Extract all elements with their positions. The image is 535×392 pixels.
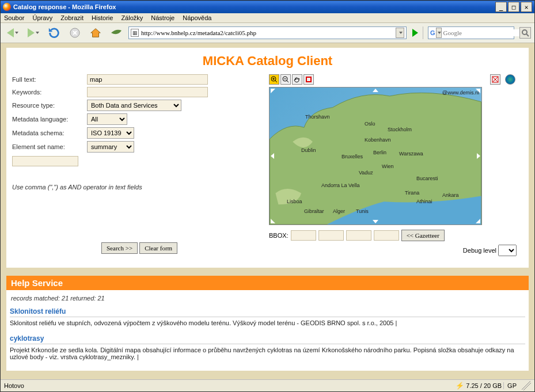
map-viewport[interactable]: @www.demis.nl Thorshavn Oslo Stockholm K… bbox=[269, 87, 482, 225]
leaf-icon[interactable] bbox=[108, 25, 125, 40]
url-bar[interactable]: ▦ bbox=[128, 26, 407, 39]
browser-search-box[interactable]: G bbox=[428, 26, 514, 39]
city-label: Thorshavn bbox=[305, 114, 330, 120]
stop-button[interactable] bbox=[66, 25, 84, 40]
clear-form-button[interactable]: Clear form bbox=[139, 242, 177, 254]
element-set-select[interactable]: summary bbox=[87, 141, 134, 153]
label-fulltext: Full text: bbox=[12, 76, 87, 83]
menubar: Soubor Úpravy Zobrazit Historie Záložky … bbox=[1, 13, 534, 23]
fulltext-input[interactable] bbox=[87, 74, 208, 85]
meta-language-select[interactable]: All bbox=[87, 113, 127, 125]
menu-nastroje[interactable]: Nástroje bbox=[151, 14, 174, 21]
bbox-miny-input[interactable] bbox=[318, 230, 344, 241]
select-box-icon[interactable] bbox=[303, 74, 314, 85]
google-icon: G bbox=[430, 29, 435, 36]
search-engine-dropdown[interactable] bbox=[436, 28, 442, 38]
pan-ne-icon[interactable] bbox=[476, 89, 480, 93]
debug-level-label: Debug level bbox=[463, 247, 496, 254]
bbox-minx-input[interactable] bbox=[291, 230, 316, 241]
record-title[interactable]: cyklotrasy bbox=[10, 333, 525, 344]
city-label: Stockholm bbox=[388, 127, 412, 132]
close-button[interactable]: ✕ bbox=[521, 2, 532, 12]
page-title: MICKA Catalog Client bbox=[10, 54, 525, 68]
svg-rect-10 bbox=[306, 77, 311, 82]
search-button[interactable]: Search >> bbox=[101, 242, 138, 254]
menu-upravy[interactable]: Úpravy bbox=[32, 14, 52, 21]
go-button[interactable] bbox=[412, 29, 418, 37]
form-hint: Use comma (",") as AND operator in text … bbox=[12, 184, 257, 191]
globe-icon[interactable] bbox=[505, 74, 515, 85]
city-label: Kobenhavn bbox=[365, 137, 391, 143]
reset-extent-icon[interactable] bbox=[490, 74, 500, 85]
resize-grip-icon[interactable] bbox=[522, 381, 531, 390]
city-label: Lisboa bbox=[287, 199, 302, 204]
gazetteer-button[interactable]: << Gazetteer bbox=[401, 230, 445, 241]
statusbar: Hotovo ⚡ 7.25 / 20 GB GP bbox=[1, 379, 534, 391]
minimize-button[interactable]: _ bbox=[495, 2, 507, 12]
city-label: Tirana bbox=[405, 190, 419, 196]
content-area: MICKA Catalog Client Full text: Keywords… bbox=[1, 43, 534, 379]
status-gp: GP bbox=[503, 382, 517, 389]
home-button[interactable] bbox=[87, 25, 104, 40]
search-go-button[interactable] bbox=[519, 27, 531, 39]
firefox-icon bbox=[3, 3, 11, 11]
city-label: Ankara bbox=[442, 192, 459, 198]
menu-soubor[interactable]: Soubor bbox=[4, 14, 24, 21]
titlebar: Catalog response - Mozilla Firefox _ □ ✕ bbox=[1, 1, 534, 13]
city-label: Warszawa bbox=[399, 151, 423, 157]
search-form: Full text: Keywords: Resource type: Both… bbox=[10, 74, 257, 254]
browser-search-input[interactable] bbox=[443, 29, 519, 36]
svg-line-4 bbox=[275, 81, 277, 82]
city-label: Andorra La Vella bbox=[321, 182, 360, 188]
pan-west-icon[interactable] bbox=[271, 153, 274, 159]
label-meta-lang: Metadata language: bbox=[12, 116, 87, 123]
pan-icon[interactable] bbox=[292, 74, 302, 85]
svg-point-1 bbox=[522, 30, 527, 35]
city-label: Gibraltar bbox=[304, 208, 324, 214]
reload-button[interactable] bbox=[45, 25, 63, 40]
pan-nw-icon[interactable] bbox=[271, 89, 275, 93]
back-button[interactable] bbox=[4, 25, 21, 40]
record-title[interactable]: Sklonitost reliéfu bbox=[10, 306, 525, 317]
extra-input[interactable] bbox=[12, 156, 78, 166]
status-text: Hotovo bbox=[4, 382, 24, 389]
svg-line-2 bbox=[526, 34, 529, 36]
city-label: Berlin bbox=[373, 150, 386, 155]
map-copyright: @www.demis.nl bbox=[442, 90, 479, 96]
meta-schema-select[interactable]: ISO 19139 bbox=[87, 127, 134, 139]
debug-level-select[interactable] bbox=[498, 245, 517, 256]
window-title: Catalog response - Mozilla Firefox bbox=[13, 3, 116, 10]
bbox-maxy-input[interactable] bbox=[374, 230, 399, 241]
city-label: Wien bbox=[382, 163, 394, 169]
url-input[interactable] bbox=[141, 29, 396, 36]
pan-north-icon[interactable] bbox=[373, 89, 378, 92]
url-history-dropdown[interactable] bbox=[396, 28, 404, 38]
zoom-out-icon[interactable] bbox=[280, 74, 291, 85]
city-label: Athinai bbox=[416, 199, 432, 204]
menu-zalozky[interactable]: Záložky bbox=[121, 14, 143, 21]
pan-east-icon[interactable] bbox=[477, 153, 480, 159]
menu-napoveda[interactable]: Nápověda bbox=[183, 14, 211, 21]
label-keywords: Keywords: bbox=[12, 89, 87, 96]
pan-se-icon[interactable] bbox=[476, 219, 480, 223]
svg-line-8 bbox=[287, 81, 289, 82]
menu-zobrazit[interactable]: Zobrazit bbox=[60, 14, 84, 21]
maximize-button[interactable]: □ bbox=[508, 2, 519, 12]
city-label: Dublin bbox=[301, 147, 316, 153]
city-label: Tunis bbox=[356, 208, 369, 214]
pan-south-icon[interactable] bbox=[373, 220, 378, 223]
records-status: records matched: 21 returned: 21 bbox=[10, 292, 525, 304]
forward-button[interactable] bbox=[25, 25, 42, 40]
keywords-input[interactable] bbox=[87, 87, 208, 97]
resource-type-select[interactable]: Both Data and Services bbox=[87, 100, 181, 111]
pan-sw-icon[interactable] bbox=[271, 219, 275, 223]
zoom-in-icon[interactable] bbox=[269, 74, 279, 85]
bbox-maxx-input[interactable] bbox=[346, 230, 371, 241]
city-label: Bruxelles bbox=[342, 154, 363, 159]
label-elem-set: Element set name: bbox=[12, 143, 87, 150]
nav-toolbar: ▦ G bbox=[1, 23, 534, 43]
menu-historie[interactable]: Historie bbox=[92, 14, 113, 21]
lightning-icon: ⚡ bbox=[456, 382, 464, 390]
label-meta-schema: Metadata schema: bbox=[12, 130, 87, 136]
city-label: Bucaresti bbox=[416, 176, 438, 181]
